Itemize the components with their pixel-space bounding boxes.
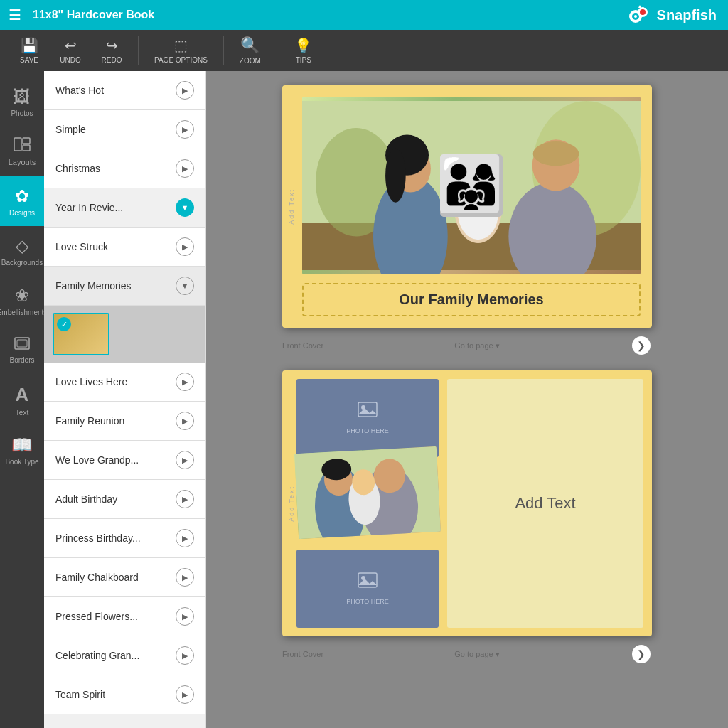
book-page-1-container: Add Text xyxy=(228,85,707,356)
arrow-right-icon: ▶ xyxy=(176,646,194,665)
page-options-button[interactable]: ⬚ PAGE OPTIONS xyxy=(147,34,215,67)
arrow-right-icon: ▶ xyxy=(176,607,194,626)
text-icon: A xyxy=(16,384,29,406)
toolbar: 💾 SAVE ↩ UNDO ↪ REDO ⬚ PAGE OPTIONS 🔍 ZO… xyxy=(0,30,728,71)
thumbnail-row: ✓ xyxy=(44,306,205,363)
page-1-footer: Front Cover Go to page ▾ ❯ xyxy=(282,335,652,356)
arrow-down-icon: ▼ xyxy=(176,277,194,295)
snapfish-logo-icon xyxy=(627,2,653,28)
svg-rect-9 xyxy=(23,145,30,151)
borders-icon xyxy=(14,337,30,353)
sidebar-item-layouts[interactable]: Layouts xyxy=(0,127,44,176)
toolbar-divider xyxy=(138,36,139,65)
design-thumbnail[interactable]: ✓ xyxy=(53,313,109,355)
main-layout: 🖼 Photos Layouts ✿ Designs ◇ Backgrounds… xyxy=(0,71,728,728)
save-button[interactable]: 💾 SAVE xyxy=(11,34,47,67)
panel-item-princess-birthday[interactable]: Princess Birthday... ▶ xyxy=(44,519,205,558)
arrow-right-icon: ▶ xyxy=(176,159,194,178)
arrow-right-icon: ▶ xyxy=(176,412,194,430)
panel-item-whats-hot[interactable]: What's Hot ▶ xyxy=(44,71,205,110)
front-cover-label-2: Front Cover xyxy=(282,650,323,658)
svg-marker-39 xyxy=(358,579,377,585)
spine-add-text[interactable]: Add Text xyxy=(288,85,295,328)
layouts-icon xyxy=(14,137,31,155)
top-bar: ☰ 11x8" Hardcover Book Snapfish xyxy=(0,0,728,30)
undo-button[interactable]: ↩ UNDO xyxy=(53,34,88,67)
svg-marker-5 xyxy=(638,5,641,8)
svg-point-25 xyxy=(533,141,579,166)
svg-marker-28 xyxy=(358,408,377,414)
panel-item-family-chalkboard[interactable]: Family Chalkboard ▶ xyxy=(44,558,205,597)
panel-item-love-lives-here[interactable]: Love Lives Here ▶ xyxy=(44,363,205,402)
save-icon: 💾 xyxy=(21,37,38,54)
page-2-footer: Front Cover Go to page ▾ ❯ xyxy=(282,643,652,665)
book-page-2: Add Text PHOTO HE xyxy=(282,370,652,636)
menu-icon[interactable]: ☰ xyxy=(9,6,21,23)
book-page-2-container: Add Text PHOTO HE xyxy=(228,370,707,665)
redo-icon: ↪ xyxy=(106,37,118,54)
next-page-button-2[interactable]: ❯ xyxy=(631,643,652,665)
arrow-right-icon: ▶ xyxy=(176,120,194,139)
panel-item-christmas[interactable]: Christmas ▶ xyxy=(44,149,205,188)
next-page-button[interactable]: ❯ xyxy=(631,335,652,356)
sidebar-item-photos[interactable]: 🖼 Photos xyxy=(0,77,44,127)
svg-point-4 xyxy=(640,9,646,15)
toolbar-divider-3 xyxy=(277,36,277,65)
panel-item-adult-birthday[interactable]: Adult Birthday ▶ xyxy=(44,480,205,519)
svg-rect-11 xyxy=(17,340,27,347)
arrow-right-icon: ▶ xyxy=(176,490,194,508)
spine-add-text-2[interactable]: Add Text xyxy=(288,486,295,522)
panel-item-family-memories[interactable]: Family Memories ▼ xyxy=(44,267,205,306)
svg-point-19 xyxy=(385,149,406,203)
photo-placeholder-2[interactable]: PHOTO HERE xyxy=(296,550,439,628)
svg-rect-7 xyxy=(14,138,21,151)
page-2-photo-sim[interactable] xyxy=(294,446,441,539)
icon-sidebar: 🖼 Photos Layouts ✿ Designs ◇ Backgrounds… xyxy=(0,71,44,728)
sidebar-item-book-type[interactable]: 📖 Book Type xyxy=(0,425,44,475)
panel-item-we-love-grandp[interactable]: We Love Grandp... ▶ xyxy=(44,441,205,480)
page-2-right-col[interactable]: Add Text xyxy=(447,379,643,628)
arrow-right-icon: ▶ xyxy=(176,568,194,587)
svg-marker-6 xyxy=(644,5,647,8)
panel-item-celebrating-gran[interactable]: Celebrating Gran... ▶ xyxy=(44,636,205,675)
designs-icon: ✿ xyxy=(15,186,29,206)
goto-page-button-2[interactable]: Go to page ▾ xyxy=(323,650,631,659)
panel-item-family-reunion[interactable]: Family Reunion ▶ xyxy=(44,402,205,441)
sidebar-item-borders[interactable]: Borders xyxy=(0,326,44,375)
book-type-icon: 📖 xyxy=(11,435,33,455)
arrow-right-icon: ▶ xyxy=(176,81,194,100)
photo-placeholder-icon-1 xyxy=(358,402,378,422)
tips-button[interactable]: 💡 TIPS xyxy=(286,34,321,67)
sidebar-item-embellishments[interactable]: ❀ Embellishments xyxy=(0,276,44,326)
arrow-right-icon: ▶ xyxy=(176,237,194,256)
backgrounds-icon: ◇ xyxy=(16,236,28,256)
svg-point-22 xyxy=(458,186,498,240)
page-title: 11x8" Hardcover Book xyxy=(33,9,154,21)
embellishments-icon: ❀ xyxy=(15,286,29,306)
arrow-down-teal-icon: ▼ xyxy=(176,198,194,217)
undo-icon: ↩ xyxy=(65,37,77,54)
arrow-right-icon: ▶ xyxy=(176,529,194,547)
book-page-1: Add Text xyxy=(282,85,652,328)
arrow-right-icon: ▶ xyxy=(176,373,194,391)
page-1-title[interactable]: Our Family Memories xyxy=(302,283,641,316)
redo-button[interactable]: ↪ REDO xyxy=(94,34,129,67)
photo-placeholder-1[interactable]: PHOTO HERE xyxy=(296,379,439,457)
panel-item-pressed-flowers[interactable]: Pressed Flowers... ▶ xyxy=(44,597,205,636)
zoom-icon: 🔍 xyxy=(240,36,259,55)
panel-item-year-in-review[interactable]: Year In Revie... ▼ xyxy=(44,188,205,228)
sidebar-item-designs[interactable]: ✿ Designs xyxy=(0,176,44,226)
toolbar-divider-2 xyxy=(223,36,224,65)
svg-rect-8 xyxy=(23,138,30,144)
page-1-photo[interactable] xyxy=(302,97,641,274)
panel-item-love-struck[interactable]: Love Struck ▶ xyxy=(44,228,205,267)
sidebar-item-backgrounds[interactable]: ◇ Backgrounds xyxy=(0,226,44,276)
sidebar-item-text[interactable]: A Text xyxy=(0,375,44,425)
photo-placeholder-icon-2 xyxy=(358,572,378,592)
panel-item-simple[interactable]: Simple ▶ xyxy=(44,110,205,149)
design-panel: What's Hot ▶ Simple ▶ Christmas ▶ Year I… xyxy=(44,71,206,728)
goto-page-button[interactable]: Go to page ▾ xyxy=(323,341,631,350)
canvas-area: Add Text xyxy=(206,71,728,728)
zoom-button[interactable]: 🔍 ZOOM xyxy=(232,33,268,68)
panel-item-team-spirit[interactable]: Team Spirit ▶ xyxy=(44,675,205,714)
